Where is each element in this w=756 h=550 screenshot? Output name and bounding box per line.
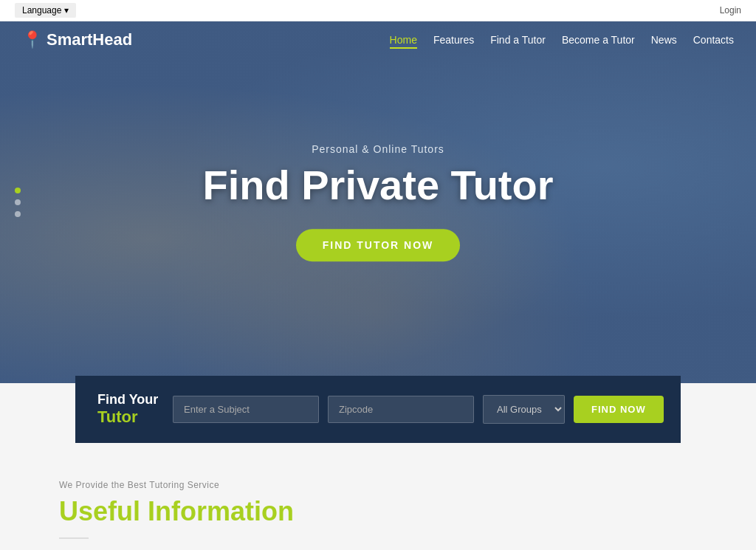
slider-dots (15, 188, 21, 217)
slider-dot-1[interactable] (15, 188, 21, 193)
login-link[interactable]: Login (720, 5, 741, 16)
language-label: Language (22, 5, 61, 16)
info-section: We Provide the Best Tutoring Service Use… (0, 443, 756, 550)
hero-subtitle: Personal & Online Tutors (157, 143, 599, 155)
hero-content: Personal & Online Tutors Find Private Tu… (157, 143, 599, 261)
nav-contacts[interactable]: Contacts (693, 34, 734, 46)
nav-features[interactable]: Features (433, 34, 474, 46)
logo[interactable]: 📍 SmartHead (22, 30, 132, 49)
main-nav: Home Features Find a Tutor Become a Tuto… (390, 33, 734, 47)
header: 📍 SmartHead Home Features Find a Tutor B… (0, 21, 756, 58)
logo-text: SmartHead (47, 30, 132, 49)
info-pretitle: We Provide the Best Tutoring Service (59, 480, 697, 490)
group-select[interactable]: All Groups Children Adults Seniors (483, 395, 565, 424)
hero-cta-button[interactable]: FIND TUTOR NOW (296, 229, 461, 261)
language-button[interactable]: Language ▾ (15, 3, 76, 18)
slider-dot-2[interactable] (15, 199, 21, 205)
search-tutor-text: Tutor (97, 408, 164, 427)
nav-news[interactable]: News (651, 34, 677, 46)
search-label: Find Your Tutor (97, 392, 164, 427)
nav-become-tutor[interactable]: Become a Tutor (562, 34, 635, 46)
slider-dot-3[interactable] (15, 211, 21, 217)
logo-icon: 📍 (22, 30, 42, 49)
info-divider (59, 537, 89, 539)
nav-find-tutor[interactable]: Find a Tutor (490, 34, 546, 46)
subject-input[interactable] (173, 396, 319, 423)
find-now-button[interactable]: FIND NOW (574, 396, 664, 423)
info-title-part1: Useful (59, 496, 148, 526)
info-title-part2: Information (148, 496, 294, 526)
nav-home[interactable]: Home (390, 34, 417, 49)
hero-section: 📍 SmartHead Home Features Find a Tutor B… (0, 21, 756, 383)
top-bar: Language ▾ Login (0, 0, 756, 21)
search-bar: Find Your Tutor All Groups Children Adul… (75, 376, 681, 443)
zipcode-input[interactable] (328, 396, 474, 423)
info-title: Useful Information (59, 496, 697, 527)
language-dropdown-icon: ▾ (64, 5, 69, 16)
search-find-text: Find Your (97, 392, 164, 408)
hero-title: Find Private Tutor (157, 162, 599, 208)
